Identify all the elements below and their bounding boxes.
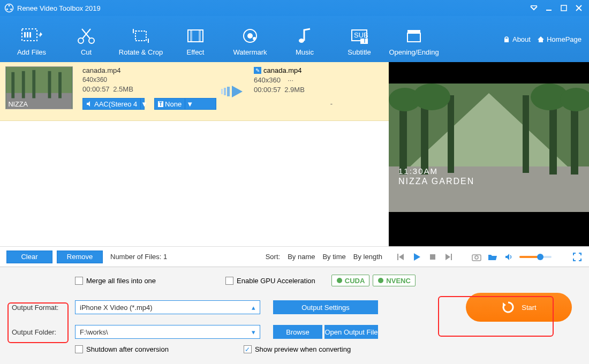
opening-ending-button[interactable]: Opening/Ending (387, 22, 441, 56)
svg-point-57 (475, 256, 478, 259)
cut-label: Cut (81, 48, 92, 56)
prev-button[interactable] (395, 252, 406, 262)
output-folder-select[interactable]: F:\works\ ▾ (75, 325, 260, 339)
sort-by-length[interactable]: By length (353, 253, 382, 261)
svg-point-50 (413, 84, 450, 110)
subtitle-track-select[interactable]: TNone ▼ (154, 98, 216, 110)
close-button[interactable] (573, 2, 585, 14)
watermark-button[interactable]: Watermark (223, 22, 277, 56)
clear-label: Clear (21, 253, 37, 261)
remove-button[interactable]: Remove (57, 251, 103, 263)
about-label: About (512, 35, 531, 43)
about-link[interactable]: About (503, 35, 531, 43)
minimize-button[interactable] (543, 2, 555, 14)
snapshot-button[interactable] (471, 252, 482, 262)
audio-label: AAC(Stereo 4 (94, 100, 137, 108)
subtitle-label: None (165, 100, 182, 108)
svg-rect-14 (135, 31, 146, 41)
svg-rect-39 (227, 87, 230, 96)
stop-button[interactable] (427, 252, 438, 262)
svg-rect-35 (58, 72, 62, 98)
browse-button[interactable]: Browse (273, 325, 322, 339)
file-item[interactable]: NIZZA canada.mp4 640x360 00:00:57 2.5MB … (0, 62, 389, 121)
shutdown-checkbox[interactable] (75, 345, 83, 353)
svg-rect-9 (27, 32, 28, 37)
folder-value: F:\works\ (80, 328, 108, 336)
source-resolution: 640x360 (82, 76, 216, 84)
svg-rect-53 (397, 254, 398, 260)
subtitle-button[interactable]: SUBT Subtitle (332, 22, 387, 56)
output-folder-label: Output Folder: (7, 328, 65, 336)
effect-label: Effect (186, 48, 204, 56)
scissors-icon (75, 25, 97, 47)
list-controls: Clear Remove Number of Files: 1 Sort: By… (0, 246, 389, 267)
svg-point-3 (6, 9, 8, 10)
rotate-crop-button[interactable]: Rotate & Crop (114, 22, 168, 56)
play2-button[interactable] (411, 252, 422, 262)
nvenc-text: NVENC (386, 277, 411, 285)
out-res: 640x360 (254, 76, 281, 84)
sort-by-name[interactable]: By name (288, 253, 315, 261)
overlay-time: 11:30AM (398, 166, 474, 176)
svg-rect-5 (546, 10, 552, 11)
dropdown-menu-button[interactable] (528, 2, 540, 14)
cuda-badge: CUDA (331, 275, 370, 286)
output-format-select[interactable]: iPhone X Video (*.mp4) ▴ (75, 300, 260, 314)
cuda-text: CUDA (345, 277, 365, 285)
audio-track-select[interactable]: AAC(Stereo 4 ▼ (82, 98, 145, 110)
svg-point-58 (337, 278, 342, 283)
source-duration-size: 00:00:57 2.5MB (82, 85, 216, 93)
cut-button[interactable]: Cut (59, 22, 114, 56)
music-icon (294, 25, 315, 47)
shutdown-label: Shutdown after conversion (86, 345, 169, 353)
homepage-link[interactable]: HomePage (537, 35, 582, 43)
edit-icon[interactable]: ✎ (254, 67, 261, 74)
svg-point-59 (378, 278, 383, 283)
gpu-checkbox[interactable] (225, 277, 233, 285)
show-preview-label: Show preview when converting (255, 345, 351, 353)
homepage-label: HomePage (547, 35, 582, 43)
clear-button[interactable]: Clear (6, 251, 52, 263)
svg-point-13 (89, 38, 94, 43)
merge-checkbox[interactable] (75, 277, 83, 285)
add-files-label: Add Files (17, 48, 46, 56)
output-duration-size: 00:00:57 2.9MB (254, 86, 305, 94)
open-folder-button[interactable] (487, 252, 498, 262)
app-logo-icon (4, 3, 14, 13)
nvenc-badge: NVENC (373, 275, 416, 286)
volume-button[interactable] (503, 252, 514, 262)
sort-by-time[interactable]: By time (322, 253, 345, 261)
chevron-up-icon: ▴ (252, 304, 255, 312)
start-button[interactable]: Start (466, 293, 572, 322)
add-files-button[interactable]: + Add Files (4, 22, 59, 56)
effect-button[interactable]: Effect (168, 22, 223, 56)
output-format-label: Output Format: (7, 304, 65, 312)
svg-rect-45 (448, 95, 454, 173)
chevron-down-icon: ▼ (140, 98, 148, 109)
merge-label: Merge all files into one (86, 277, 156, 285)
app-title: Renee Video Toolbox 2019 (17, 4, 525, 12)
next-button[interactable] (443, 252, 454, 262)
svg-rect-38 (224, 88, 226, 95)
volume-slider[interactable] (519, 256, 552, 258)
output-filename: canada.mp4 (263, 66, 302, 74)
watermark-label: Watermark (233, 48, 267, 56)
svg-rect-28 (504, 39, 509, 42)
music-button[interactable]: Music (277, 22, 332, 56)
crop-icon (130, 25, 152, 47)
progress-placeholder: - (305, 66, 358, 116)
file-list: NIZZA canada.mp4 640x360 00:00:57 2.5MB … (0, 62, 389, 246)
maximize-button[interactable] (558, 2, 570, 14)
settings-label: Output Settings (301, 304, 350, 312)
player-controls (389, 246, 589, 267)
show-preview-checkbox[interactable] (244, 345, 252, 353)
output-settings-button[interactable]: Output Settings (273, 300, 378, 314)
open-output-file-button[interactable]: Open Output File (324, 325, 378, 339)
settings-panel: Merge all files into one Enable GPU Acce… (0, 267, 589, 364)
svg-rect-17 (199, 30, 201, 42)
preview-image: 11:30AM NIZZA GARDEN (389, 84, 589, 212)
svg-rect-34 (48, 71, 51, 98)
sort-label: Sort: (266, 253, 280, 261)
fullscreen-button[interactable] (572, 252, 583, 262)
t-icon: T (158, 101, 163, 107)
